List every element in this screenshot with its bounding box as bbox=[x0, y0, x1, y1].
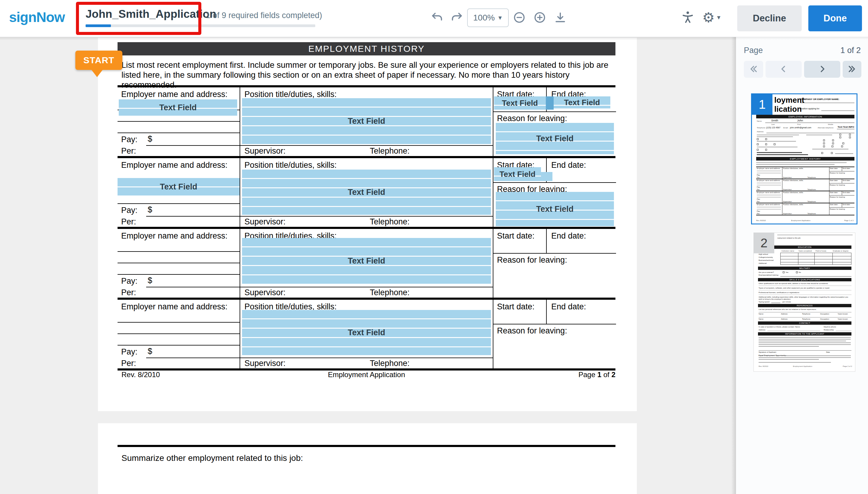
zoom-level-select[interactable]: 100% ▾ bbox=[467, 8, 509, 27]
field-overlap bbox=[546, 96, 554, 110]
thumb-top-fragment: mployment related to this job: bbox=[777, 237, 801, 239]
thumb-footer-left: Rev. 8/2010 bbox=[759, 365, 768, 367]
mini-label: Start date: bbox=[830, 192, 838, 194]
fields-progress-fill bbox=[86, 24, 111, 27]
employer-text-field[interactable]: Text Field bbox=[117, 178, 240, 195]
pay-label: Pay: bbox=[121, 206, 137, 215]
footer-title: Employment Application bbox=[117, 370, 615, 379]
telephone-label: Telephone: bbox=[370, 217, 410, 227]
caption-middle: Middle bbox=[828, 124, 833, 126]
undo-icon bbox=[431, 11, 444, 25]
mini-label: Reason for leaving: bbox=[830, 184, 845, 186]
first-name-value: John bbox=[797, 119, 803, 122]
end-date-text-field[interactable]: Text Field bbox=[554, 96, 610, 109]
currency-label: $ bbox=[148, 347, 152, 356]
mini-label: End date: bbox=[843, 204, 851, 206]
ref-col: Telephone bbox=[802, 318, 810, 320]
ref-col: Address bbox=[781, 313, 788, 315]
mini-label: End date: bbox=[843, 179, 851, 182]
position-text-field[interactable]: Text Field bbox=[242, 170, 491, 215]
first-page-button[interactable] bbox=[744, 61, 763, 78]
field-overlap bbox=[541, 172, 552, 181]
last-page-button[interactable] bbox=[843, 61, 861, 78]
zoom-in-button[interactable] bbox=[533, 11, 547, 25]
undo-button[interactable] bbox=[430, 11, 444, 25]
last-name-value: Smith bbox=[771, 119, 778, 122]
reason-label: Reason for leaving: bbox=[497, 326, 567, 336]
ref-col: Name bbox=[759, 313, 763, 315]
contact-line: In case of accident or illness, please c… bbox=[759, 326, 800, 328]
decline-button[interactable]: Decline bbox=[737, 5, 802, 31]
skills-q: Types of computers, software, and other … bbox=[759, 287, 830, 289]
edu-row: Additional bbox=[759, 262, 767, 264]
start-tag[interactable]: START bbox=[75, 51, 122, 70]
gear-icon: ⚙ bbox=[702, 11, 715, 24]
page-thumbnail-2[interactable]: 2 mployment related to this job: EDUCATI… bbox=[754, 232, 855, 372]
email-value: john.smith@gmail.com bbox=[790, 127, 811, 129]
yes-label: Yes bbox=[786, 271, 789, 273]
zoom-in-icon bbox=[533, 11, 547, 25]
reason-text-field[interactable]: Text Field bbox=[496, 192, 614, 226]
page-indicator: 1 of 2 bbox=[840, 46, 861, 55]
edu-col: Field of study bbox=[816, 250, 826, 252]
start-date-text-field[interactable]: Text Field bbox=[494, 167, 541, 181]
supervisor-label: Supervisor: bbox=[244, 288, 286, 297]
page-label: Page bbox=[744, 46, 763, 55]
per-minute-label: per minute bbox=[782, 301, 791, 303]
mini-label: Start date: bbox=[830, 179, 838, 182]
accessibility-icon bbox=[681, 10, 695, 25]
contact-header: CONTACT bbox=[758, 321, 851, 325]
mini-label: Telephone: bbox=[808, 176, 816, 178]
redo-button[interactable] bbox=[450, 11, 464, 25]
reason-text-field[interactable]: Text Field bbox=[496, 123, 614, 154]
edu-row: Business/technical bbox=[759, 259, 774, 262]
mini-label: Supervisor: bbox=[783, 189, 792, 191]
supervisor-label: Supervisor: bbox=[244, 217, 286, 227]
position-text-field[interactable]: Text Field bbox=[242, 238, 491, 284]
zoom-out-button[interactable] bbox=[512, 11, 526, 25]
done-button[interactable]: Done bbox=[808, 5, 862, 31]
position-text-field[interactable]: Text Field bbox=[242, 98, 491, 144]
caption-last: Last bbox=[771, 124, 775, 126]
employment-block-2: Employer name and address: Text Field Pa… bbox=[117, 156, 615, 227]
pay-label: Pay: bbox=[121, 347, 137, 357]
start-date-label: Start date: bbox=[497, 302, 535, 311]
address-label: Address: bbox=[757, 131, 764, 133]
employer-text-field[interactable]: Text Field bbox=[119, 99, 237, 116]
zoom-out-icon bbox=[513, 11, 526, 25]
currency-label: $ bbox=[148, 134, 152, 144]
typing-speed-label: Typing speed: bbox=[759, 301, 770, 303]
fields-progress-bar bbox=[86, 24, 315, 27]
telephone-label: Telephone: bbox=[370, 288, 410, 297]
position-applying-label: Position applying for: bbox=[800, 108, 820, 110]
ref-col: Occupation bbox=[820, 318, 829, 320]
position-text-field[interactable]: Text Field bbox=[242, 310, 491, 355]
edu-col: Graduate or degree bbox=[833, 250, 848, 252]
page-thumbnail-1[interactable]: 1 loyment lication COMPANY OR EMPLOYER N… bbox=[751, 93, 857, 224]
mini-label: Supervisor: bbox=[783, 201, 792, 203]
employer-label: Employer name and address: bbox=[121, 90, 227, 99]
ref-col: Occupation bbox=[820, 313, 829, 315]
settings-button[interactable]: ⚙ ▾ bbox=[702, 8, 727, 26]
skills-header: SKILLS & QUALIFICATIONS bbox=[758, 278, 851, 281]
workspace: EMPLOYMENT HISTORY List most recent empl… bbox=[0, 37, 868, 494]
name-label: Name: bbox=[757, 120, 762, 122]
download-button[interactable] bbox=[553, 11, 567, 25]
signnow-editor: signNow John_Smith_Application 1 of 9 re… bbox=[0, 0, 868, 494]
document-viewer[interactable]: EMPLOYMENT HISTORY List most recent empl… bbox=[0, 37, 736, 494]
mini-label: Employer name and address: bbox=[757, 204, 780, 206]
thumb-footer-center: Employment Application bbox=[791, 220, 810, 222]
mini-label: Reason for leaving: bbox=[830, 172, 845, 174]
chevron-right-icon bbox=[818, 64, 827, 74]
telephone-value: (123) 123 4567 bbox=[766, 127, 780, 129]
signnow-logo[interactable]: signNow bbox=[9, 9, 65, 25]
download-icon bbox=[554, 11, 567, 25]
start-date-text-field[interactable]: Text Field bbox=[494, 96, 546, 110]
previous-page-button[interactable] bbox=[765, 61, 802, 78]
mini-label: Reason for leaving: bbox=[830, 208, 845, 210]
signature-label: Signature of Applicant bbox=[759, 351, 776, 353]
mini-label: Position title/duties, skills: bbox=[783, 192, 804, 194]
next-page-button[interactable] bbox=[804, 61, 840, 78]
mini-label: Employer name and address: bbox=[757, 179, 780, 182]
accessibility-button[interactable] bbox=[680, 10, 696, 25]
